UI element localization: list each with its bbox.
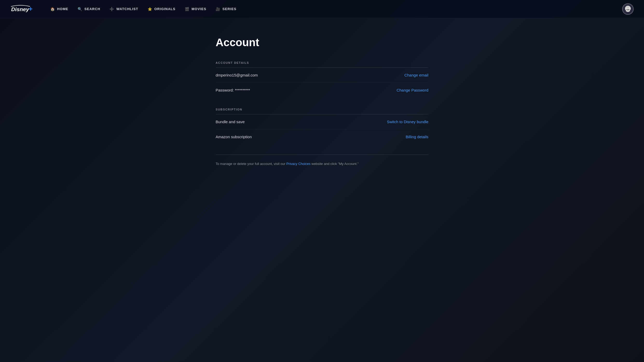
home-icon: 🏠 — [50, 7, 55, 11]
series-icon: 🎥 — [216, 7, 220, 11]
nav-label-originals: ORIGINALS — [154, 7, 176, 11]
movies-icon: 🎬 — [185, 7, 189, 11]
nav-item-search[interactable]: 🔍 SEARCH — [73, 5, 104, 13]
search-icon: 🔍 — [78, 7, 82, 11]
footer-text: To manage or delete your full account, v… — [216, 161, 376, 167]
nav-label-search: SEARCH — [84, 7, 100, 11]
email-row: dmperino15@gmail.com Change email — [216, 68, 428, 83]
password-row: Password: ********** Change Password — [216, 83, 428, 98]
svg-point-7 — [626, 6, 630, 9]
avatar[interactable] — [622, 3, 634, 15]
nav-item-movies[interactable]: 🎬 MOVIES — [181, 5, 210, 13]
nav-item-watchlist[interactable]: ➕ WATCHLIST — [105, 5, 142, 13]
email-value: dmperino15@gmail.com — [216, 73, 258, 77]
svg-rect-4 — [627, 9, 628, 10]
nav-item-series[interactable]: 🎥 SERIES — [211, 5, 241, 13]
nav-item-home[interactable]: 🏠 HOME — [46, 5, 72, 13]
change-email-link[interactable]: Change email — [404, 73, 428, 77]
account-details-header: ACCOUNT DETAILS — [216, 61, 428, 68]
password-value: ********** — [235, 88, 250, 92]
subscription-section: SUBSCRIPTION Bundle and save Switch to D… — [216, 108, 428, 144]
watchlist-icon: ➕ — [109, 7, 114, 11]
main-content: Account ACCOUNT DETAILS dmperino15@gmail… — [205, 0, 439, 167]
switch-bundle-link[interactable]: Switch to Disney bundle — [387, 120, 428, 124]
disney-plus-logo[interactable]: Disney + — [10, 3, 34, 15]
footer-section: To manage or delete your full account, v… — [216, 155, 428, 167]
nav-label-home: HOME — [57, 7, 68, 11]
bundle-row: Bundle and save Switch to Disney bundle — [216, 114, 428, 129]
navbar: Disney + 🏠 HOME 🔍 SEARCH ➕ WATCHLIST ⭐ O… — [0, 0, 644, 18]
svg-text:Disney: Disney — [11, 6, 29, 12]
amazon-label: Amazon subscription — [216, 135, 252, 139]
nav-label-watchlist: WATCHLIST — [116, 7, 138, 11]
amazon-row: Amazon subscription Billing details — [216, 129, 428, 144]
password-label: Password: ********** — [216, 88, 250, 92]
nav-item-originals[interactable]: ⭐ ORIGINALS — [143, 5, 180, 13]
footer-text-before: To manage or delete your full account, v… — [216, 162, 286, 166]
bundle-label: Bundle and save — [216, 120, 245, 124]
page-title: Account — [216, 36, 428, 49]
billing-details-link[interactable]: Billing details — [406, 135, 428, 139]
change-password-link[interactable]: Change Password — [396, 88, 428, 92]
privacy-choices-link[interactable]: Privacy Choices — [286, 162, 310, 166]
nav-links: 🏠 HOME 🔍 SEARCH ➕ WATCHLIST ⭐ ORIGINALS … — [46, 5, 622, 13]
originals-icon: ⭐ — [148, 7, 152, 11]
svg-rect-6 — [627, 10, 629, 11]
footer-text-after: website and click "My Account." — [311, 162, 359, 166]
nav-label-series: SERIES — [222, 7, 236, 11]
nav-right — [622, 3, 634, 15]
nav-label-movies: MOVIES — [191, 7, 206, 11]
subscription-header: SUBSCRIPTION — [216, 108, 428, 114]
svg-rect-5 — [628, 9, 629, 10]
account-details-section: ACCOUNT DETAILS dmperino15@gmail.com Cha… — [216, 61, 428, 98]
